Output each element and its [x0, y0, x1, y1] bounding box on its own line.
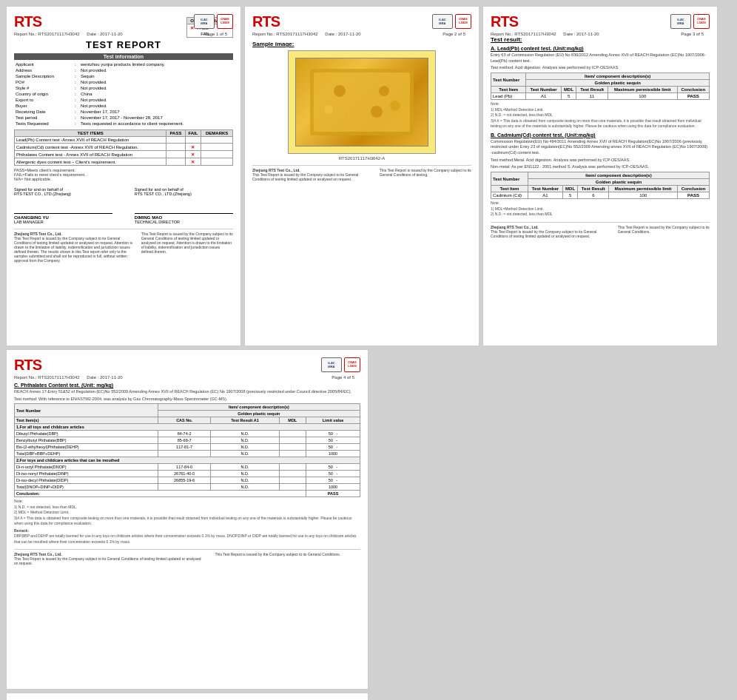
svg-point-8	[390, 101, 400, 111]
svg-point-5	[344, 107, 357, 120]
phthalates-header-row1: Test Number Item/ component description(…	[15, 404, 360, 411]
section-a-row-lead: Lead (Pb) A1 5 11 100 PASS	[491, 93, 710, 100]
section-b-title: B. Cadmium(Cd) content test. (Unit:mg/kg…	[491, 132, 710, 138]
svg-point-2	[334, 85, 346, 97]
report-meta-p4: Report No.: RTS20171117H3042 Date : 2017…	[14, 375, 360, 380]
phthalates-row-didp: Di-iso-decyl Phthalate(DIDP) 26855-19-6 …	[15, 477, 360, 484]
cert-badges-p3: ILACMRA CNASL5929	[670, 14, 710, 29]
page-title-p1: TEST REPORT	[14, 39, 233, 50]
cnas-badge-p2: CNASL5929	[455, 14, 471, 29]
footer-disclaimer: This Test Report is issued by the Compan…	[141, 232, 233, 263]
page4-header: RTS ILACMRA CNASL5929	[14, 357, 360, 372]
phthalates-row-total1: Total(DBP+BBP+DEHP) N.D. 1000	[15, 451, 360, 457]
info-row-export: Export to : Not provided.	[14, 97, 233, 103]
rating-fail-row: FAIL	[187, 31, 232, 37]
svg-point-4	[379, 86, 389, 96]
info-row-address: Address : Not provided.	[14, 67, 233, 73]
report-date-p4: Date : 2017-11-20	[87, 375, 122, 380]
page-num-p3: Page 3 of 5	[681, 32, 704, 36]
phthalates-method: Test method: With reference to EN/ASTM2-…	[14, 397, 360, 403]
report-no-p1: Report No.: RTS20171117H3042	[14, 32, 80, 36]
page3-header: RTS ILACMRA CNASL5929	[491, 14, 710, 29]
report-date-p2: Date : 2017-11-20	[325, 32, 360, 36]
footer-disclaimer-p2: This Test Report is issued by the Compan…	[380, 168, 471, 181]
info-row-applicant: Applicant : wentzhou yunjia products lim…	[14, 61, 233, 67]
section-a-note: Note: 1) MDL=Method Detection Limit. 2) …	[491, 101, 710, 129]
page-num-p4: Page 4 of 5	[332, 375, 354, 380]
phthalates-row-dbp: Dibutyl Phthalate(DBP) 84-74-2 N.D. 50 -	[15, 431, 360, 437]
info-row-tests: Tests Requested : Tests requested in acc…	[14, 121, 233, 127]
page-3: RTS ILACMRA CNASL5929 Report No.: RTS201…	[482, 6, 718, 346]
sample-label: Sample image:	[252, 41, 471, 47]
phthalates-row-dnop: Di-n-octyl Phthalate(DNOP) 117-84-0 N.D.…	[15, 464, 360, 471]
section-a-desc2: Test method: Acid digestion. Analysis wa…	[491, 65, 710, 71]
ilac-badge: ILACMRA	[194, 14, 215, 29]
phthalates-row-total2: Total(DNOP+DINP+DIDP) N.D. 1000	[15, 484, 360, 491]
test-item-cadmium: Cadmium(Cd) content test -Annex XVII of …	[15, 144, 233, 151]
section-b-table: Test Number Item/ component description(…	[491, 172, 710, 199]
report-no-p4: Report No.: RTS20171117H3042	[14, 375, 80, 380]
fail-label: FAIL	[201, 32, 209, 36]
section-a-desc1: Entry 63 of Commission Regulation (EU) N…	[491, 53, 710, 64]
rts-logo-p2: RTS	[252, 14, 280, 29]
info-row-country: Country of origin : China	[14, 91, 233, 97]
cnas-badge-p3: CNASL5929	[693, 14, 710, 29]
footer-p1: Zhejiang RTS Test Co., Ltd. This Test Re…	[14, 229, 233, 263]
phthalates-col-headers: Test Item(s) CAS No. Test Result A1 MDL …	[15, 417, 360, 424]
test-info-title: Test information	[14, 53, 233, 60]
info-row-receiving: Receiving Date : November 17, 2017	[14, 109, 233, 115]
section-a-col-headers: Test Item Test Number MDL Test Result Ma…	[491, 87, 710, 93]
footer-company: Zhejiang RTS Test Co., Ltd. This Test Re…	[14, 232, 135, 263]
legend-text: PASS=Meets client's requirement. FAIL=Fa…	[14, 168, 233, 181]
phthalates-row-dehp: Bis-(2-ethylhexyl)Phthalate(DEHP) 117-81…	[15, 444, 360, 451]
phthalates-row-dinp: Di-iso-nonyl Phthalate(DINP) 26761-40-0 …	[15, 471, 360, 477]
section-b-header-row1: Test Number Item/ component description(…	[491, 172, 710, 179]
info-row-period: Test period : November 17, 2017 - Novemb…	[14, 115, 233, 121]
report-date-p3: Date : 2017-11-20	[563, 32, 599, 36]
phthalates-note: Note: 1) N.D. = not detected, less than …	[14, 499, 360, 527]
phthalates-row-bbp: Benzylbutyl Phthalate(BBP) 85-68-7 N.D. …	[15, 437, 360, 444]
signatures: Signed for and on behalf of RTS TEST CO.…	[14, 187, 233, 224]
report-meta-p2: Report No.: RTS20171117H3042 Date : 2017…	[252, 32, 471, 36]
rts-logo: RTS	[14, 14, 41, 29]
cert-badges: ILACMRA CNASL5929	[194, 14, 233, 29]
svg-point-7	[324, 105, 333, 114]
section-b-row-cadmium: Cadmium (Cd) A1 5 6 100 PASS	[491, 192, 710, 199]
footer-company-p2: Zhejiang RTS Test Co., Ltd. This Test Re…	[252, 168, 373, 181]
test-result-title: Test result:	[491, 36, 710, 43]
ilac-badge-p2: ILACMRA	[432, 14, 453, 29]
footer-disclaimer-p3: This Test Report is issued by the Compan…	[618, 225, 710, 238]
sample-caption: RTS20171117H3042-A	[252, 156, 471, 161]
report-no-p2: Report No.: RTS20171117H3042	[252, 32, 318, 36]
section-a-header-row1: Test Number Item/ component description(…	[491, 73, 710, 80]
cnas-badge: CNASL5929	[217, 14, 233, 29]
section-a-title: A. Lead(Pb) content test. (Unit:mg/kg)	[491, 46, 710, 51]
page2-header: RTS ILACMRA CNASL5929	[252, 14, 471, 29]
phthalates-conclusion: Conclusion: PASS	[15, 491, 360, 497]
phthalates-section-2: 2.For toys and childcare articles that c…	[15, 457, 360, 464]
info-row-buyer: Buyer : Not provided.	[14, 103, 233, 109]
test-item-phthalates: Phthalates Content test - Annex XVII of …	[15, 151, 233, 158]
rts-logo-p4: RTS	[14, 357, 41, 372]
info-row-sample: Sample Description : Sequin	[14, 73, 233, 79]
sample-image	[295, 58, 428, 147]
footer-company-p4: Zhejiang RTS Test Co., Ltd. This Test Re…	[14, 552, 204, 565]
page-4: RTS ILACMRA CNASL5929 Report No.: RTS201…	[6, 349, 368, 690]
info-table: Applicant : wentzhou yunjia products lim…	[14, 61, 233, 127]
rts-logo-p3: RTS	[491, 14, 518, 29]
section-b-col-headers: Test Item Test Number MDL Test Result Ma…	[491, 186, 710, 192]
cert-area-p3: ILACMRA CNASL5929	[670, 14, 710, 29]
test-items-table: TEST ITEMS PASS FAIL DEMARKS Lead(Pb) Co…	[14, 129, 233, 166]
cert-area-p2: ILACMRA CNASL5929	[432, 14, 471, 29]
test-item-allergenic: Allergenic dyes content test – Client's …	[15, 158, 233, 166]
test-item-lead: Lead(Pb) Content test -Annex XVII of REA…	[15, 137, 233, 144]
sig-line-left	[14, 199, 112, 214]
cert-area: ILACMRA CNASL5929	[194, 14, 233, 29]
page-num-p2: Page 2 of 5	[442, 32, 465, 36]
sequin-svg	[303, 61, 421, 143]
cert-area-p4: ILACMRA CNASL5929	[321, 357, 360, 372]
svg-point-6	[371, 106, 383, 118]
section-b-desc3: Non-metal: As per EN1122 : 2001 method S…	[491, 164, 710, 170]
cert-badges-p4: ILACMRA CNASL5929	[321, 357, 360, 372]
footer-company-p3: Zhejiang RTS Test Co., Ltd. This Test Re…	[491, 225, 611, 238]
